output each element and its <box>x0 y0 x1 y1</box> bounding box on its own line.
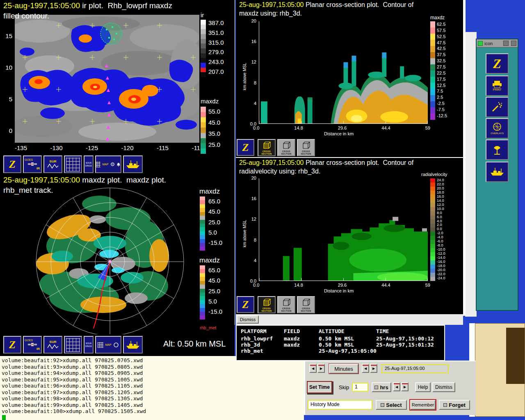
xsec1-plot[interactable] <box>259 21 428 124</box>
left-arrow-icon: ◀ <box>312 367 314 370</box>
ir-satellite-panel: 25-aug-1997,15:05:00 ir plot. Rhb_lowprf… <box>0 0 235 155</box>
time-back-button[interactable]: ◀ <box>309 364 317 373</box>
select-button[interactable]: Select <box>376 400 407 410</box>
window-maximize-icon[interactable] <box>511 41 516 46</box>
platform-status-panel: PLATFORM rhb_lowprf rhb_3d rhb_met FIELD… <box>236 325 445 361</box>
map-overlay-button[interactable]: MAP ⚙ <box>95 155 121 173</box>
cross-section-1-button[interactable]: CROSSSECTION <box>258 139 276 156</box>
cross-section-label-2: SECTION <box>301 310 311 312</box>
time-forward2-button[interactable]: ▶ <box>370 364 377 373</box>
map-overlay-button[interactable]: MAP <box>95 336 121 354</box>
sur-label: SUR <box>50 340 57 344</box>
terminal-cursor <box>2 415 6 420</box>
goes-ir-button[interactable]: GOES IR <box>23 155 42 173</box>
tool-radar-antenna-button[interactable] <box>486 139 509 160</box>
time-control-window: ◀ ▶ Minutes ◀ ▶ 25-Aug-97,15:05:00 Set T… <box>304 361 476 415</box>
window-menu-icon[interactable] <box>478 41 483 46</box>
sur-label: SUR <box>50 160 57 163</box>
cell: rhb_3d <box>241 342 273 348</box>
cross-section-label-2: SECTION <box>301 153 311 155</box>
xsec1-contour-image <box>259 21 428 123</box>
soundings-button[interactable]: SOUNDINGS <box>84 336 94 354</box>
cross-section-label-2: SECTION <box>261 310 272 312</box>
cell: maxdz <box>284 336 300 342</box>
help-button[interactable]: Help <box>415 382 431 392</box>
cell: rhb_met <box>241 348 273 354</box>
cell: rhb_lowprf <box>241 336 273 342</box>
right-arrow-icon: ▶ <box>372 367 375 370</box>
skip-back-button[interactable]: ◀ <box>393 382 400 391</box>
skip-forward-button[interactable]: ▶ <box>401 382 409 391</box>
radar-colorbar2 <box>200 265 205 320</box>
tool-ship-button[interactable] <box>486 162 509 182</box>
cross-section-2-button[interactable]: CROSSSECTION <box>277 296 295 313</box>
zeb-menu-button[interactable]: Z <box>237 296 254 313</box>
right-arrow-icon: ▶ <box>320 367 322 370</box>
ship-platform-button[interactable] <box>123 155 143 173</box>
icon-window-title: icon <box>484 41 493 46</box>
ir-maxdz-colorbar <box>201 107 206 154</box>
cube-icon <box>301 298 311 307</box>
cross-section-1-button[interactable]: CROSSSECTION <box>258 296 276 313</box>
spray-wand-icon <box>491 102 503 112</box>
tool-overlays-button[interactable]: OVERLAYS <box>486 118 509 139</box>
soundings-label: SOUNDINGS <box>84 342 93 348</box>
zeb-menu-button[interactable]: Z <box>3 155 21 173</box>
xsec2-colorbar-ticks: 24.022.020.018.016.014.012.010.08.06.04.… <box>437 178 445 280</box>
time-dismiss-button[interactable]: Dismiss <box>432 382 455 392</box>
zeb-menu-button[interactable]: Z <box>237 139 254 156</box>
cross-section-3-button[interactable]: CROSSSECTION <box>297 296 315 313</box>
tool-zeb-button[interactable]: Z <box>486 53 509 74</box>
ship-platform-button[interactable] <box>123 336 143 354</box>
radar-colorbar2-label: maxdz <box>199 256 220 265</box>
zeb-logo-icon: Z <box>9 340 16 350</box>
help-label: Help <box>418 384 428 390</box>
xsec2-y-ticks: 201612840.0 <box>247 176 256 283</box>
zeb-menu-button[interactable]: Z <box>3 336 21 354</box>
current-time-field[interactable]: 25-Aug-97,15:05:00 <box>381 364 449 373</box>
xsec2-plot[interactable] <box>259 178 428 281</box>
cross-section-2-button[interactable]: CROSSSECTION <box>277 139 295 156</box>
xsec1-subtitle: maxdz using: rhb_3d. <box>239 10 302 17</box>
gear-icon: ⚙ <box>110 161 115 167</box>
minutes-button[interactable]: Minutes <box>329 364 358 374</box>
status-col-altitude: ALTITUDE 0.50 km MSL 0.50 km MSL 25-Aug-… <box>319 328 377 354</box>
goes-ir-button[interactable]: GOES IR <box>23 336 42 354</box>
time-forward-button[interactable]: ▶ <box>317 364 325 373</box>
remember-button[interactable]: Remember <box>410 400 436 410</box>
ir-satellite-display[interactable] <box>15 15 199 143</box>
sur-radar-button[interactable]: SUR <box>43 336 62 354</box>
xsec1-colorbar <box>430 21 435 120</box>
grid-overlay-button[interactable] <box>64 155 82 173</box>
forget-button[interactable]: Forget <box>439 400 470 410</box>
window-iconify-icon[interactable] <box>503 41 509 46</box>
cube-icon <box>262 141 272 150</box>
xterm-window[interactable]: volume:beaufait:92>xdump.all 970825.0705… <box>0 356 304 420</box>
time-back2-button[interactable]: ◀ <box>362 364 369 373</box>
radar-ppi-display[interactable] <box>0 183 201 334</box>
ir-satellite-image <box>15 15 199 143</box>
xsec-maxdz-panel: 25-aug-1997,15:05:00 Planar cross-sectio… <box>236 0 463 138</box>
tool-draw-button[interactable] <box>486 97 509 117</box>
overlays-scope-icon <box>492 122 502 132</box>
printer-icon <box>492 81 502 88</box>
xsec2-contour-image <box>259 178 428 281</box>
grid-overlay-button[interactable] <box>64 336 82 354</box>
xsec2-y-axis-label: km above MSL <box>242 220 247 247</box>
soundings-label: SOUNDINGS <box>84 161 93 167</box>
radar-timestamp: 25-aug-1997,15:05:00 <box>3 176 80 184</box>
skip-value-field[interactable]: 1 <box>352 383 368 392</box>
satellite-icon <box>28 342 37 347</box>
xsec-dismiss-button[interactable]: Dismiss <box>237 315 259 324</box>
hrs-button[interactable]: hrs <box>372 382 391 392</box>
xsec1-title: Planar cross-section plot. Contour of <box>304 1 413 8</box>
left-arrow-icon: ◀ <box>395 385 398 389</box>
icon-window-titlebar[interactable]: icon <box>477 39 518 48</box>
sur-radar-button[interactable]: SUR <box>43 155 62 173</box>
soundings-button[interactable]: SOUNDINGS <box>84 155 94 173</box>
history-mode-field[interactable]: History Mode <box>308 400 372 410</box>
set-time-button[interactable]: Set Time <box>307 381 332 393</box>
cross-section-3-button[interactable]: CROSSSECTION <box>297 139 315 156</box>
ir-subtitle: filled contour. <box>3 11 49 21</box>
tool-print-button[interactable]: PRINT <box>486 75 509 96</box>
